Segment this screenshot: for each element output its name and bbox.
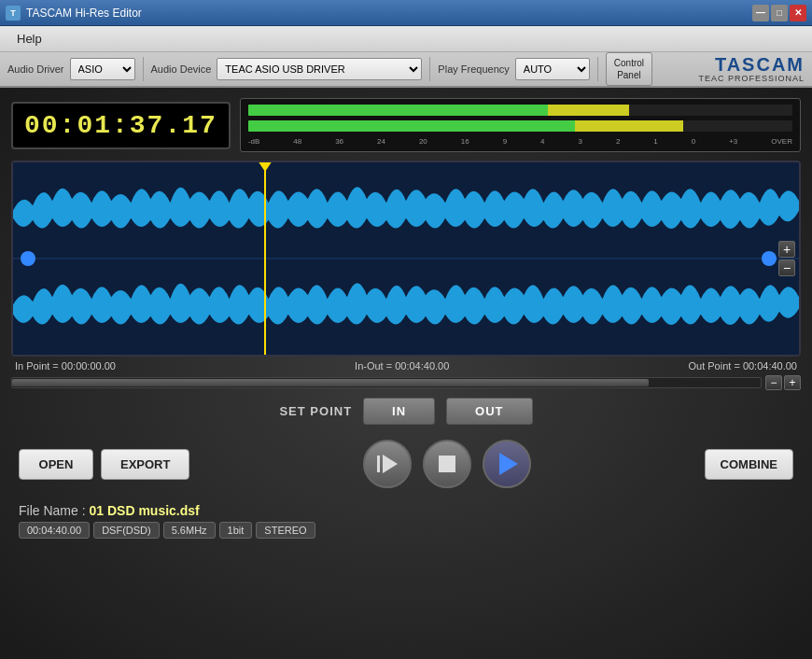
- file-tag-duration: 00:04:40.00: [19, 522, 90, 539]
- audio-device-select[interactable]: TEAC ASIO USB DRIVER: [217, 58, 422, 80]
- menu-bar: Help: [0, 26, 812, 52]
- combine-button[interactable]: COMBINE: [705, 449, 793, 480]
- set-in-button[interactable]: IN: [363, 398, 435, 425]
- in-point-label: In Point = 00:00:00.00: [15, 360, 116, 372]
- app-icon: T: [6, 6, 21, 21]
- play-freq-select[interactable]: AUTO: [515, 58, 590, 80]
- tascam-logo: TASCAM TEAC PROFESSIONAL: [698, 55, 805, 83]
- vu-label-36: 36: [335, 137, 343, 146]
- time-labels: In Point = 00:00:00.00 In-Out = 00:04:40…: [11, 360, 801, 372]
- control-panel-button[interactable]: ControlPanel: [606, 52, 652, 86]
- vu-label-1: 1: [653, 137, 657, 146]
- vu-label-9: 9: [503, 137, 507, 146]
- stop-button[interactable]: [423, 440, 471, 488]
- title-bar: T TASCAM Hi-Res Editor — □ ✕: [0, 0, 812, 26]
- vu-left-yellow: [548, 105, 629, 116]
- vu-right-bar: [248, 120, 792, 132]
- file-tag-bitdepth: 1bit: [219, 522, 253, 539]
- minimize-button[interactable]: —: [752, 5, 769, 21]
- title-bar-left: T TASCAM Hi-Res Editor: [6, 6, 142, 21]
- in-point-marker[interactable]: [21, 251, 35, 266]
- out-point-marker[interactable]: [762, 251, 777, 266]
- vu-right-green: [248, 120, 575, 132]
- scrollbar-row: − +: [11, 375, 801, 390]
- vu-left-bar: [248, 105, 792, 116]
- scroll-zoom-in-button[interactable]: +: [784, 375, 801, 390]
- vu-label-plus3: +3: [729, 137, 737, 146]
- transport-row: OPEN EXPORT COMBINE: [11, 440, 801, 488]
- scroll-zoom-out-button[interactable]: −: [765, 375, 782, 390]
- zoom-buttons[interactable]: + −: [778, 241, 795, 276]
- audio-device-label: Audio Device: [151, 63, 212, 75]
- play-freq-label: Play Frequency: [438, 63, 509, 75]
- toolbar-divider-1: [143, 57, 144, 81]
- vu-label-24: 24: [377, 137, 385, 146]
- vu-label-20: 20: [419, 137, 427, 146]
- stop-icon: [439, 456, 455, 472]
- vu-label-16: 16: [461, 137, 469, 146]
- vu-label-db: -dB: [248, 137, 259, 146]
- setpoint-label: SET POINT: [279, 404, 352, 418]
- play-button[interactable]: [483, 440, 531, 488]
- file-info: File Name : 01 DSD music.dsf 00:04:40.00…: [11, 503, 801, 539]
- scrollbar-thumb[interactable]: [12, 379, 649, 386]
- scrollbar-track[interactable]: [11, 377, 762, 388]
- file-tag-channels: STEREO: [256, 522, 315, 539]
- vu-label-4: 4: [540, 137, 544, 146]
- file-name-row: File Name : 01 DSD music.dsf: [19, 503, 793, 518]
- play-icon: [499, 453, 518, 475]
- vu-right-yellow: [575, 120, 684, 132]
- file-name-value: 01 DSD music.dsf: [89, 503, 199, 518]
- time-counter: 00:01:37.17: [24, 111, 217, 140]
- open-button[interactable]: OPEN: [19, 449, 93, 480]
- waveform-container[interactable]: + −: [11, 161, 801, 357]
- teac-sub-brand: TEAC PROFESSIONAL: [698, 74, 805, 83]
- vu-label-48: 48: [293, 137, 301, 146]
- vu-left-channel: [248, 105, 792, 117]
- vu-label-0: 0: [692, 137, 695, 146]
- in-out-label: In-Out = 00:04:40.00: [355, 360, 449, 372]
- file-name-label: File Name :: [19, 503, 86, 518]
- vu-meter: -dB 48 36 24 20 16 9 4 3 2 1 0 +3 OVER: [240, 98, 801, 152]
- file-tags: 00:04:40.00 DSF(DSD) 5.6MHz 1bit STEREO: [19, 522, 793, 539]
- transport-file-buttons: OPEN EXPORT: [19, 449, 189, 480]
- close-button[interactable]: ✕: [790, 5, 806, 21]
- main-content: 00:01:37.17 -dB 48 36 24 20: [0, 88, 812, 659]
- play-from-start-button[interactable]: [363, 440, 412, 488]
- out-point-label: Out Point = 00:04:40.00: [688, 360, 797, 372]
- audio-driver-label: Audio Driver: [7, 63, 64, 75]
- playhead[interactable]: [264, 162, 266, 355]
- zoom-in-button[interactable]: +: [778, 241, 795, 258]
- scroll-zoom-buttons[interactable]: − +: [765, 375, 801, 390]
- waveform-svg: [13, 162, 799, 355]
- play-from-start-icon: [377, 455, 398, 473]
- playhead-arrow: [258, 161, 273, 172]
- vu-label-3: 3: [578, 137, 581, 146]
- audio-driver-select[interactable]: ASIO: [70, 58, 135, 80]
- display-row: 00:01:37.17 -dB 48 36 24 20: [11, 97, 801, 153]
- time-display: 00:01:37.17: [11, 102, 231, 149]
- file-tag-format: DSF(DSD): [93, 522, 160, 539]
- window-title: TASCAM Hi-Res Editor: [26, 7, 142, 20]
- vu-label-over: OVER: [771, 137, 792, 146]
- toolbar: Audio Driver ASIO Audio Device TEAC ASIO…: [0, 52, 812, 88]
- setpoint-row: SET POINT IN OUT: [11, 398, 801, 425]
- vu-labels: -dB 48 36 24 20 16 9 4 3 2 1 0 +3 OVER: [248, 137, 792, 146]
- file-tag-samplerate: 5.6MHz: [163, 522, 216, 539]
- toolbar-divider-3: [597, 57, 598, 81]
- toolbar-divider-2: [429, 57, 430, 81]
- export-button[interactable]: EXPORT: [101, 449, 189, 480]
- vu-label-2: 2: [616, 137, 620, 146]
- vu-right-channel: [248, 120, 792, 133]
- set-out-button[interactable]: OUT: [446, 398, 532, 425]
- zoom-out-button[interactable]: −: [778, 259, 795, 276]
- transport-playback-buttons: [363, 440, 531, 488]
- menu-help[interactable]: Help: [7, 28, 51, 49]
- tascam-brand-name: TASCAM: [715, 55, 805, 74]
- vu-left-green: [248, 105, 548, 116]
- maximize-button[interactable]: □: [771, 5, 788, 21]
- window-controls[interactable]: — □ ✕: [752, 5, 806, 21]
